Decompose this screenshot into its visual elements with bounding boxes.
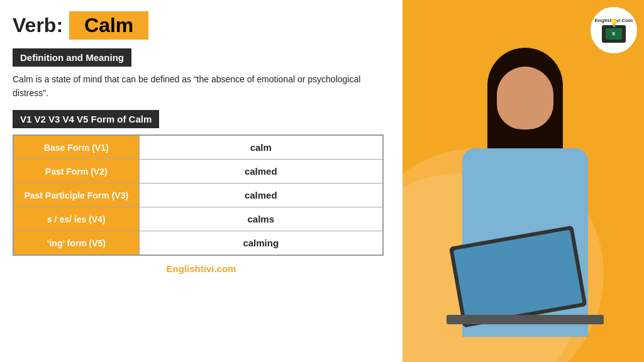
verb-label: Verb: — [13, 14, 63, 37]
title-row: Verb: Calm — [13, 11, 390, 40]
face — [497, 67, 553, 129]
verb-form-label: Past Participle Form (V3) — [13, 184, 139, 207]
verb-form-value: calming — [139, 231, 383, 256]
table-row: Base Form (V1)calm — [13, 135, 383, 160]
verb-form-label: Past Form (V2) — [13, 160, 139, 184]
logo-dot: . — [620, 18, 621, 23]
table-row: s / es/ ies (V4)calms — [13, 207, 383, 231]
verb-form-value: calm — [139, 135, 383, 160]
table-row: ‘ing’ form (V5)calming — [13, 231, 383, 256]
logo-bulb-icon: 💡 — [609, 19, 619, 28]
verb-form-value: calms — [139, 207, 383, 231]
table-row: Past Participle Form (V3)calmed — [13, 184, 383, 207]
laptop-screen-inner — [453, 230, 583, 324]
logo-tv: E 💡 — [602, 25, 626, 43]
footer: Englishtivi.com — [13, 263, 390, 274]
person-illustration — [402, 16, 644, 362]
definition-heading: Definition and Meaning — [13, 48, 131, 67]
verb-form-value: calmed — [139, 184, 383, 207]
logo-tv-screen: E — [606, 28, 622, 40]
right-decorative-area: Englishtivi.Com E 💡 — [402, 0, 644, 362]
verb-form-label: ‘ing’ form (V5) — [13, 231, 139, 256]
verb-form-label: s / es/ ies (V4) — [13, 207, 139, 231]
verb-form-label: Base Form (V1) — [13, 135, 139, 160]
footer-brand-text: Englishtivi — [167, 263, 214, 274]
verb-word: Calm — [69, 11, 148, 40]
logo-tv-text: E — [613, 31, 616, 36]
laptop-base — [447, 315, 604, 324]
table-row: Past Form (V2)calmed — [13, 160, 383, 184]
person-body — [431, 48, 619, 362]
footer-com: com — [217, 263, 236, 274]
content-area: Verb: Calm Definition and Meaning Calm i… — [0, 0, 402, 362]
verb-form-value: calmed — [139, 160, 383, 184]
definition-text: Calm is a state of mind that can be defi… — [13, 73, 390, 100]
footer-brand: Englishtivi.com — [167, 263, 236, 274]
table-heading: V1 V2 V3 V4 V5 Form of Calm — [13, 110, 159, 128]
logo-circle: Englishtivi.Com E 💡 — [589, 5, 639, 55]
verb-forms-table: Base Form (V1)calmPast Form (V2)calmedPa… — [13, 134, 384, 256]
